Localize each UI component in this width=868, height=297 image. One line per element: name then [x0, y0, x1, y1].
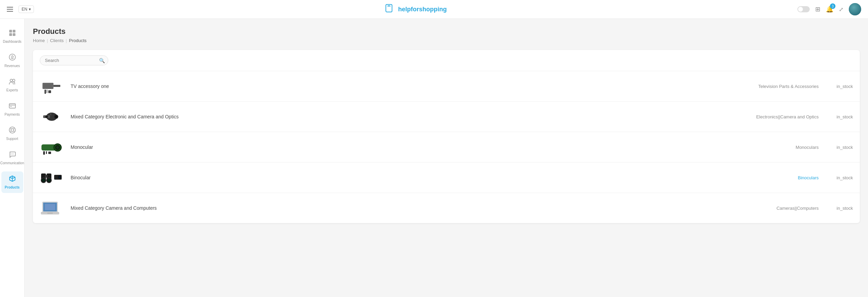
logo-text: helpforshopping: [398, 6, 447, 13]
sidebar-item-communication[interactable]: Communication: [1, 147, 23, 169]
product-category-4[interactable]: Binoculars: [730, 175, 819, 180]
page-header: Products Home | Clients | Products: [33, 27, 860, 43]
product-name-1[interactable]: TV accessory one: [71, 83, 723, 89]
sidebar-item-products[interactable]: Products: [1, 171, 23, 193]
payments-icon: [9, 102, 16, 111]
hamburger-icon[interactable]: [7, 7, 13, 12]
svg-rect-18: [53, 85, 60, 87]
breadcrumb-clients[interactable]: Clients: [50, 38, 64, 43]
svg-point-13: [11, 154, 12, 154]
lang-arrow: ▾: [29, 7, 31, 12]
svg-rect-28: [50, 113, 51, 115]
svg-rect-5: [13, 33, 15, 36]
lang-selector[interactable]: EN ▾: [19, 5, 34, 13]
svg-rect-21: [48, 90, 51, 93]
breadcrumb-sep-1: |: [47, 38, 48, 43]
svg-rect-4: [9, 33, 12, 36]
svg-point-15: [13, 154, 14, 154]
sidebar-item-revenues[interactable]: Revenues: [1, 50, 23, 72]
sidebar-item-experts-label: Experts: [7, 88, 18, 92]
svg-rect-3: [13, 30, 15, 33]
product-category-1: Television Parts & Accessories: [730, 84, 819, 89]
communication-icon: [9, 151, 16, 160]
sidebar-item-support-label: Support: [6, 137, 18, 141]
svg-rect-34: [46, 151, 47, 154]
products-table-card: 🔍 TV accessory one Television Parts & Ac…: [33, 50, 860, 223]
search-wrap: 🔍: [33, 50, 860, 71]
avatar[interactable]: [849, 3, 861, 15]
logo-icon: [384, 4, 395, 15]
product-name-4[interactable]: Binocular: [71, 175, 723, 180]
product-thumbnail-1: [40, 76, 64, 96]
svg-point-24: [55, 115, 58, 118]
svg-rect-17: [44, 84, 52, 88]
support-icon: [9, 126, 16, 135]
table-row: Monocular Monoculars in_stock: [33, 132, 860, 163]
search-input[interactable]: [40, 55, 108, 65]
sidebar-item-payments[interactable]: Payments: [1, 99, 23, 120]
sidebar-item-payments-label: Payments: [4, 113, 20, 117]
svg-point-40: [42, 179, 45, 182]
svg-point-1: [388, 6, 389, 7]
product-category-3: Monoculars: [730, 145, 819, 150]
product-name-2[interactable]: Mixed Category Electronic and Camera and…: [71, 114, 723, 119]
product-status-2: in_stock: [826, 114, 853, 119]
svg-rect-9: [9, 104, 15, 108]
svg-point-14: [12, 154, 13, 154]
search-input-wrap: 🔍: [40, 55, 108, 65]
sidebar-item-dashboards[interactable]: Dashboards: [1, 26, 23, 47]
experts-icon: [9, 78, 16, 87]
sidebar-item-support[interactable]: Support: [1, 123, 23, 144]
product-name-3[interactable]: Monocular: [71, 144, 723, 150]
sidebar-item-communication-label: Communication: [0, 161, 24, 165]
svg-point-27: [46, 116, 47, 117]
sidebar-item-products-label: Products: [5, 185, 20, 190]
notification-badge: 3: [830, 3, 835, 9]
product-status-1: in_stock: [826, 84, 853, 89]
product-thumbnail-2: [40, 106, 64, 127]
product-status-5: in_stock: [826, 206, 853, 211]
main-content: Products Home | Clients | Products 🔍: [25, 19, 868, 297]
svg-point-45: [59, 176, 61, 178]
sidebar-item-experts[interactable]: Experts: [1, 74, 23, 96]
bell-icon-wrap[interactable]: 🔔 3: [826, 5, 833, 13]
svg-point-8: [12, 79, 15, 82]
product-category-2: Electronics||Camera and Optics: [730, 114, 819, 119]
logo[interactable]: helpforshopping: [384, 4, 447, 15]
product-thumbnail-5: [40, 198, 64, 218]
svg-rect-48: [45, 204, 55, 210]
svg-rect-2: [9, 30, 12, 33]
product-thumbnail-3: [40, 137, 64, 157]
breadcrumb: Home | Clients | Products: [33, 38, 860, 43]
sidebar-item-dashboards-label: Dashboards: [3, 40, 22, 44]
svg-rect-38: [45, 175, 48, 178]
page-title: Products: [33, 27, 860, 36]
header-left: EN ▾: [7, 5, 34, 13]
toggle-switch[interactable]: [797, 6, 810, 12]
breadcrumb-home[interactable]: Home: [33, 38, 45, 43]
dashboard-icon: [9, 29, 16, 38]
sidebar: Dashboards Revenues Experts: [0, 19, 25, 297]
table-row: Mixed Category Electronic and Camera and…: [33, 102, 860, 132]
svg-rect-50: [47, 212, 53, 214]
svg-rect-33: [43, 151, 45, 155]
table-row: Binocular Binoculars in_stock: [33, 163, 860, 193]
revenues-icon: [9, 53, 16, 63]
expand-icon[interactable]: ⤢: [839, 6, 843, 13]
breadcrumb-sep-2: |: [66, 38, 67, 43]
breadcrumb-current: Products: [69, 38, 86, 43]
svg-point-42: [48, 179, 50, 182]
table-row: Mixed Category Camera and Computers Came…: [33, 193, 860, 223]
svg-point-32: [56, 146, 59, 149]
svg-rect-19: [45, 90, 46, 94]
sidebar-item-revenues-label: Revenues: [4, 64, 20, 68]
lang-label: EN: [22, 7, 27, 12]
top-header: EN ▾ helpforshopping ⊞ 🔔 3 ⤢: [0, 0, 868, 19]
product-status-3: in_stock: [826, 145, 853, 150]
grid-icon[interactable]: ⊞: [815, 5, 820, 13]
svg-rect-20: [47, 90, 47, 93]
avatar-img: [849, 3, 861, 15]
svg-rect-35: [48, 152, 51, 154]
product-thumbnail-4: [40, 167, 64, 188]
product-name-5[interactable]: Mixed Category Camera and Computers: [71, 205, 723, 211]
